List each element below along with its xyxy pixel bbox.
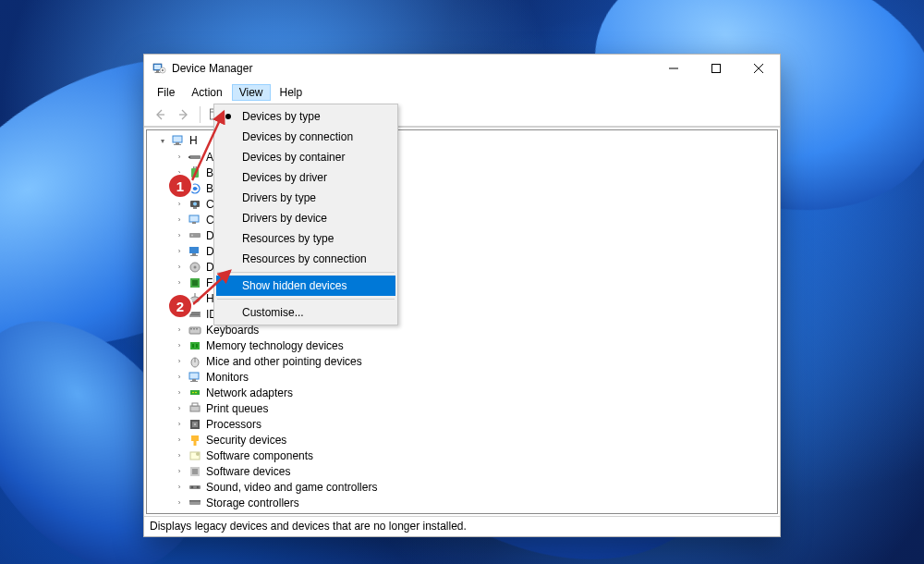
tree-item-label: Software devices — [206, 465, 290, 478]
expander-icon[interactable]: ▾ — [158, 136, 167, 145]
device-category-icon — [188, 244, 202, 259]
chevron-right-icon[interactable]: › — [175, 231, 184, 240]
tree-item-label: Network adapters — [206, 386, 293, 399]
tree-item[interactable]: ›Mice and other pointing devices — [147, 353, 777, 369]
svg-rect-33 — [190, 255, 198, 256]
annotation-arrow-1 — [183, 106, 238, 190]
tree-item[interactable]: ›Security devices — [147, 432, 777, 448]
svg-rect-44 — [193, 328, 195, 330]
tree-item-label: Processors — [206, 418, 261, 431]
tree-item[interactable]: ›Processors — [147, 416, 777, 432]
svg-rect-32 — [192, 253, 196, 255]
menu-option-devices-by-connection[interactable]: Devices by connection — [216, 127, 395, 147]
tree-item-label: Software components — [206, 449, 313, 462]
statusbar: Displays legacy devices and devices that… — [144, 516, 780, 536]
svg-rect-17 — [174, 144, 181, 145]
menu-option-resources-by-type[interactable]: Resources by type — [216, 228, 395, 249]
svg-point-25 — [193, 202, 197, 205]
view-dropdown-menu: Devices by typeDevices by connectionDevi… — [213, 104, 398, 325]
tree-item[interactable]: ›Print queues — [147, 400, 777, 416]
tree-item-label: Memory technology devices — [206, 339, 344, 352]
menu-option-devices-by-container[interactable]: Devices by container — [216, 147, 395, 167]
svg-rect-7 — [712, 65, 721, 73]
device-category-icon — [188, 354, 202, 369]
svg-rect-43 — [190, 328, 192, 330]
svg-rect-27 — [189, 215, 199, 222]
device-category-icon — [188, 480, 202, 495]
svg-rect-66 — [192, 469, 198, 474]
chevron-right-icon[interactable]: › — [175, 373, 184, 382]
tree-item[interactable]: ›Monitors — [147, 369, 777, 385]
device-category-icon — [188, 401, 202, 416]
tree-item[interactable]: ›Storage controllers — [147, 495, 777, 510]
chevron-right-icon[interactable]: › — [175, 357, 184, 366]
svg-rect-53 — [190, 381, 198, 382]
chevron-right-icon[interactable]: › — [175, 388, 184, 398]
chevron-right-icon[interactable]: › — [175, 420, 184, 429]
menu-help[interactable]: Help — [273, 84, 310, 101]
chevron-right-icon[interactable]: › — [175, 215, 184, 225]
svg-rect-3 — [155, 72, 161, 73]
svg-rect-48 — [196, 344, 198, 348]
device-category-icon — [188, 386, 202, 400]
device-category-icon — [188, 213, 202, 227]
chevron-right-icon[interactable]: › — [175, 278, 184, 288]
menu-option-drivers-by-type[interactable]: Drivers by type — [216, 188, 395, 208]
chevron-right-icon[interactable]: › — [175, 498, 184, 508]
tree-item[interactable]: ›Sound, video and game controllers — [147, 479, 777, 495]
maximize-button[interactable] — [695, 55, 737, 82]
svg-rect-45 — [196, 328, 198, 330]
svg-rect-16 — [176, 142, 179, 144]
chevron-right-icon[interactable]: › — [175, 451, 184, 460]
annotation-badge-2: 2 — [167, 293, 193, 319]
close-button[interactable] — [737, 55, 780, 82]
chevron-right-icon[interactable]: › — [175, 467, 184, 476]
svg-rect-26 — [193, 207, 197, 209]
svg-point-56 — [195, 391, 197, 393]
menu-view[interactable]: View — [232, 84, 271, 101]
chevron-right-icon[interactable]: › — [175, 247, 184, 256]
svg-rect-71 — [189, 500, 201, 502]
menu-option-devices-by-type[interactable]: Devices by type — [216, 106, 395, 127]
chevron-right-icon[interactable]: › — [175, 200, 184, 209]
svg-line-73 — [193, 271, 230, 304]
svg-rect-1 — [154, 65, 161, 69]
device-category-icon — [188, 448, 202, 463]
menu-customise[interactable]: Customise... — [216, 302, 395, 323]
chevron-right-icon[interactable]: › — [175, 483, 184, 492]
tree-item[interactable]: ›Memory technology devices — [147, 337, 777, 353]
menu-option-drivers-by-device[interactable]: Drivers by device — [216, 208, 395, 228]
chevron-right-icon[interactable]: › — [175, 341, 184, 350]
menubar: File Action View Help — [144, 82, 780, 103]
svg-rect-52 — [192, 379, 196, 381]
chevron-right-icon[interactable]: › — [175, 404, 184, 413]
svg-point-61 — [194, 423, 196, 425]
menu-option-resources-by-connection[interactable]: Resources by connection — [216, 249, 395, 269]
titlebar: Device Manager — [144, 55, 780, 82]
svg-rect-41 — [190, 314, 200, 315]
device-category-icon — [188, 338, 202, 353]
menu-file[interactable]: File — [150, 84, 182, 101]
svg-rect-31 — [189, 247, 199, 253]
chevron-right-icon[interactable]: › — [175, 435, 184, 445]
menu-action[interactable]: Action — [184, 84, 229, 101]
minimize-button[interactable] — [652, 55, 695, 82]
tree-item[interactable]: ›Network adapters — [147, 385, 777, 400]
svg-rect-46 — [190, 342, 200, 349]
svg-rect-57 — [190, 406, 200, 411]
svg-point-5 — [162, 69, 164, 71]
svg-line-72 — [192, 112, 224, 180]
status-text: Displays legacy devices and devices that… — [150, 520, 467, 533]
tree-item[interactable]: ›Software devices — [147, 463, 777, 479]
device-manager-window: Device Manager File Action View Help — [143, 54, 781, 537]
menu-option-devices-by-driver[interactable]: Devices by driver — [216, 167, 395, 188]
tree-item[interactable]: ›Software components — [147, 448, 777, 463]
chevron-right-icon[interactable]: › — [175, 263, 184, 272]
svg-point-55 — [192, 391, 194, 393]
svg-rect-47 — [192, 344, 194, 348]
app-icon — [152, 61, 166, 76]
menu-show-hidden-devices[interactable]: Show hidden devices — [216, 276, 395, 296]
device-category-icon — [188, 370, 202, 385]
tree-item-label: Print queues — [206, 402, 268, 415]
chevron-right-icon[interactable]: › — [175, 325, 184, 335]
